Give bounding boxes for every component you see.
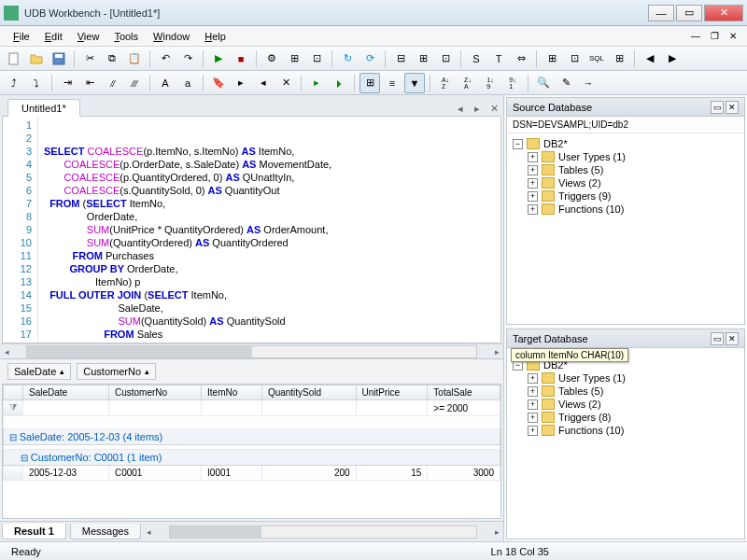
copy-button[interactable]: ⧉: [102, 49, 122, 69]
panel-close-button[interactable]: ✕: [726, 332, 739, 345]
tab-next-button[interactable]: ▸: [470, 101, 485, 116]
minimize-button[interactable]: ―: [648, 5, 674, 21]
nav-split-button[interactable]: ⇔: [511, 49, 531, 69]
expand-icon[interactable]: +: [528, 386, 538, 397]
mdi-minimize-button[interactable]: ―: [687, 30, 704, 43]
tab-prev-button[interactable]: ◂: [453, 101, 468, 116]
tree-node-triggers[interactable]: +Triggers (8): [528, 411, 742, 424]
results-filter-button[interactable]: ▼: [404, 73, 425, 93]
bookmark-button[interactable]: 🔖: [208, 73, 229, 93]
tree-node-functions[interactable]: +Functions (10): [528, 424, 742, 437]
mdi-close-button[interactable]: ✕: [725, 30, 741, 43]
expand-icon[interactable]: +: [528, 426, 538, 436]
goto-button[interactable]: →: [578, 73, 599, 93]
tree-node-triggers[interactable]: +Triggers (9): [528, 189, 742, 203]
filter-icon[interactable]: ⧩: [4, 400, 23, 416]
menu-view[interactable]: View: [70, 29, 107, 44]
expand-icon[interactable]: +: [528, 204, 538, 215]
tool-c-button[interactable]: ⊡: [306, 49, 327, 69]
sort-desc-button[interactable]: Z↓A: [458, 73, 478, 93]
sort-num-asc-button[interactable]: 1↓9: [480, 73, 500, 93]
indent-button[interactable]: ⇥: [57, 73, 78, 93]
group-chip-customerno[interactable]: CustomerNo▴: [77, 363, 156, 380]
sort-asc-button[interactable]: A↓Z: [435, 73, 456, 93]
tab-close-button[interactable]: ✕: [486, 101, 501, 116]
replace-button[interactable]: ✎: [556, 73, 576, 93]
col-totalsale[interactable]: TotalSale: [428, 385, 500, 400]
filter3-button[interactable]: ⊡: [435, 49, 456, 69]
tree-node-functions[interactable]: +Functions (10): [528, 203, 742, 216]
redo-button[interactable]: ↷: [177, 49, 198, 69]
lower-button[interactable]: a: [177, 73, 198, 93]
tree-node-tables[interactable]: +Tables (5): [528, 385, 742, 398]
bookmark-prev-button[interactable]: ◂: [253, 73, 274, 93]
tab-result1[interactable]: Result 1: [2, 524, 66, 539]
maximize-button[interactable]: ▭: [676, 5, 702, 21]
menu-help[interactable]: Help: [197, 29, 233, 44]
refresh-all-button[interactable]: ⟳: [359, 49, 380, 69]
expand-icon[interactable]: +: [528, 191, 538, 202]
tree-node-usertypes[interactable]: +User Types (1): [528, 150, 742, 163]
editor-hscroll[interactable]: ◂▸: [0, 343, 503, 358]
filter1-button[interactable]: ⊟: [390, 49, 411, 69]
refresh-button[interactable]: ↻: [337, 49, 358, 69]
source-tree[interactable]: −DB2* +User Types (1) +Tables (5) +Views…: [507, 133, 744, 219]
more1-button[interactable]: ⊞: [609, 49, 629, 69]
menu-file[interactable]: File: [6, 29, 37, 44]
nav-source-button[interactable]: S: [466, 49, 486, 69]
run-button[interactable]: ▶: [208, 49, 229, 69]
target-tree[interactable]: −DB2* +User Types (1) +Tables (5) +Views…: [507, 355, 744, 441]
results-grid[interactable]: SaleDate CustomerNo ItemNo QuantitySold …: [2, 384, 501, 519]
close-button[interactable]: ✕: [704, 5, 743, 21]
data-row[interactable]: 2005-12-03C0001I0001 200153000: [4, 466, 500, 481]
filter-row[interactable]: ⧩ >= 2000: [4, 400, 500, 416]
find-button[interactable]: 🔍: [533, 73, 554, 93]
sql-button[interactable]: SQL: [586, 49, 607, 69]
col-quantitysold[interactable]: QuantitySold: [261, 385, 356, 400]
col-customerno[interactable]: CustomerNo: [108, 385, 201, 400]
results-text-button[interactable]: ≡: [382, 73, 402, 93]
panel-dock-button[interactable]: ▭: [711, 101, 724, 114]
bookmark-clear-button[interactable]: ✕: [275, 73, 296, 93]
expand-icon[interactable]: −: [513, 139, 523, 149]
menu-window[interactable]: Window: [146, 29, 197, 44]
menu-tools[interactable]: Tools: [106, 29, 146, 44]
mdi-restore-button[interactable]: ❐: [706, 30, 723, 43]
sync-left-button[interactable]: ◀: [640, 49, 660, 69]
filter2-button[interactable]: ⊞: [413, 49, 433, 69]
group-row-customerno[interactable]: ⊟ CustomerNo: C0001 (1 item): [4, 450, 500, 466]
expand-icon[interactable]: +: [528, 399, 538, 410]
tree-node-tables[interactable]: +Tables (5): [528, 163, 742, 176]
import-button[interactable]: ⤵: [26, 73, 47, 93]
export-button[interactable]: ⤴: [4, 73, 24, 93]
open-button[interactable]: [26, 49, 47, 69]
cut-button[interactable]: ✂: [79, 49, 100, 69]
source-dsn[interactable]: DSN=DEVSAMPL;UID=db2: [507, 117, 744, 133]
results-grid-button[interactable]: ⊞: [359, 73, 380, 93]
panel-dock-button[interactable]: ▭: [711, 332, 724, 345]
col-itemno[interactable]: ItemNo: [202, 385, 262, 400]
comment-button[interactable]: ⫽: [102, 73, 122, 93]
outdent-button[interactable]: ⇤: [79, 73, 100, 93]
tool-a-button[interactable]: ⚙: [261, 49, 282, 69]
tree-node-views[interactable]: +Views (2): [528, 176, 742, 189]
tool-b-button[interactable]: ⊞: [284, 49, 304, 69]
nav-target-button[interactable]: T: [488, 49, 509, 69]
group-chip-saledate[interactable]: SaleDate▴: [7, 363, 71, 380]
expand-icon[interactable]: +: [528, 178, 538, 189]
stop-button[interactable]: ■: [231, 49, 251, 69]
code-area[interactable]: SELECT COALESCE(p.ItemNo, s.ItemNo) AS I…: [38, 117, 500, 343]
new-button[interactable]: [4, 49, 24, 69]
upper-button[interactable]: A: [155, 73, 176, 93]
exec1-button[interactable]: ▸: [306, 73, 327, 93]
bookmark-next-button[interactable]: ▸: [231, 73, 251, 93]
menu-edit[interactable]: Edit: [37, 29, 70, 44]
expand-icon[interactable]: +: [528, 165, 538, 175]
save-button[interactable]: [49, 49, 69, 69]
col-unitprice[interactable]: UnitPrice: [356, 385, 428, 400]
group-row-saledate[interactable]: ⊟ SaleDate: 2005-12-03 (4 items): [4, 429, 500, 445]
tree-root[interactable]: −DB2*: [513, 137, 742, 150]
tab-messages[interactable]: Messages: [70, 524, 141, 539]
tab-untitled1[interactable]: Untitled1*: [7, 99, 80, 117]
undo-button[interactable]: ↶: [155, 49, 176, 69]
